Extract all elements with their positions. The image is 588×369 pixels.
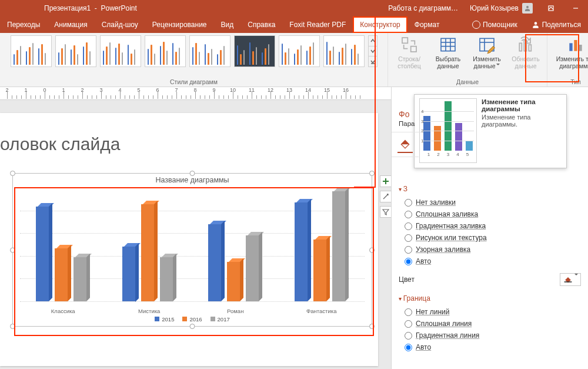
tab-slideshow[interactable]: Слайд-шоу (95, 16, 145, 33)
tab-review[interactable]: Рецензирование (145, 16, 214, 33)
switch-row-column-button: Строка/ столбец (392, 35, 427, 69)
minimize-button[interactable] (563, 0, 588, 16)
chart-style-thumb[interactable] (55, 35, 96, 67)
group-label-data: Данные (456, 77, 479, 85)
category-label: Роман (227, 308, 243, 314)
tab-view[interactable]: Вид (214, 16, 241, 33)
chart-styles-button[interactable] (380, 191, 392, 202)
chart-style-thumb[interactable] (323, 35, 365, 67)
svg-rect-18 (579, 45, 582, 51)
svg-rect-14 (524, 40, 526, 51)
tab-transitions[interactable]: Переходы (0, 16, 47, 33)
section-border-header[interactable]: Граница (399, 294, 581, 302)
slide-title-text[interactable]: оловок слайда (0, 134, 120, 154)
svg-rect-4 (411, 46, 416, 52)
legend-item[interactable]: 2015 (155, 316, 174, 323)
document-title: Презентация1 - PowerPoint (0, 4, 137, 12)
change-chart-type-button[interactable]: Изменить тип диаграммы (551, 35, 588, 69)
chart-style-thumb[interactable] (279, 35, 320, 67)
resize-handle[interactable] (190, 171, 195, 176)
category-label: Мистика (138, 308, 160, 314)
tab-help[interactable]: Справка (240, 16, 282, 33)
resize-handle[interactable] (10, 324, 15, 329)
border-gradient-option[interactable]: Градиентная линия (399, 330, 581, 341)
gallery-down-button[interactable] (369, 46, 377, 57)
tab-chart-design[interactable]: Конструктор (353, 16, 407, 33)
pane-tab-fill-icon[interactable] (397, 138, 413, 153)
slide-canvas[interactable]: 21012345678910111213141516 оловок слайда… (0, 87, 391, 369)
color-label: Цвет (399, 275, 560, 284)
tab-format[interactable]: Формат (407, 16, 447, 33)
resize-handle[interactable] (190, 324, 195, 329)
chart-quick-buttons (380, 175, 392, 218)
chart-plot-area[interactable]: КлассикаМистикаРоманФантастика (20, 188, 365, 301)
svg-rect-16 (569, 43, 572, 51)
chart-filters-button[interactable] (380, 206, 392, 218)
tooltip-chart-preview: 123412345 (419, 98, 477, 163)
svg-rect-15 (529, 45, 531, 51)
share-button[interactable]: Поделиться (524, 16, 588, 33)
section-fill: З Нет заливки Сплошная заливка Градиентн… (392, 192, 588, 270)
color-picker[interactable] (560, 273, 581, 286)
border-auto-option[interactable]: Авто (399, 341, 581, 353)
contextual-tab-label: Работа с диаграмм… (382, 4, 464, 12)
pane-header-visible: Фо (392, 105, 416, 121)
ribbon: Стили диаграмм Строка/ столбец Выбрать д… (0, 33, 588, 87)
tab-animation[interactable]: Анимация (47, 16, 94, 33)
svg-rect-17 (574, 40, 577, 51)
title-bar: Презентация1 - PowerPoint Работа с диагр… (0, 0, 588, 16)
tell-me[interactable]: Помощник (465, 16, 524, 33)
chart-style-thumb[interactable] (11, 35, 52, 67)
ribbon-group-data: Строка/ столбец Выбрать данные Изменить … (388, 33, 547, 87)
border-solid-option[interactable]: Сплошная линия (399, 318, 581, 330)
chart-style-thumb[interactable] (145, 35, 186, 67)
fill-gradient-option[interactable]: Градиентная заливка (399, 220, 581, 232)
svg-rect-5 (441, 38, 455, 51)
chart-style-thumb[interactable] (234, 35, 275, 67)
refresh-data-button: Обновить данные (508, 35, 543, 69)
chart-style-thumb[interactable] (189, 35, 230, 67)
chart-object[interactable]: Название диаграммы КлассикаМистикаРоманФ… (12, 173, 372, 327)
ribbon-options-button[interactable] (539, 0, 563, 16)
gallery-up-button[interactable] (369, 36, 377, 46)
group-label-styles: Стили диаграмм (170, 77, 218, 85)
tooltip-change-chart-type: 123412345 Изменение типа диаграммы Измен… (414, 94, 567, 168)
bulb-icon (472, 21, 480, 29)
svg-rect-19 (564, 281, 572, 282)
edit-data-button[interactable]: Изменить данные (469, 35, 505, 69)
fill-pattern-option[interactable]: Узорная заливка (399, 244, 581, 255)
gallery-more-button[interactable] (369, 56, 377, 67)
fill-auto-option[interactable]: Авто (399, 255, 581, 267)
svg-rect-13 (519, 43, 522, 51)
chart-elements-button[interactable] (380, 175, 392, 187)
tab-foxit[interactable]: Foxit Reader PDF (282, 16, 353, 33)
svg-rect-3 (402, 38, 407, 43)
group-label-type: Тип (570, 77, 581, 85)
gallery-scroll (368, 35, 377, 67)
horizontal-ruler: 21012345678910111213141516 (0, 87, 391, 100)
resize-handle[interactable] (10, 171, 15, 176)
chart-style-thumb[interactable] (100, 35, 141, 67)
fill-solid-option[interactable]: Сплошная заливка (399, 208, 581, 220)
legend-item[interactable]: 2017 (211, 316, 230, 323)
chart-legend[interactable]: 201520162017 (13, 316, 372, 323)
section-fill-header[interactable]: З (399, 185, 581, 193)
resize-handle[interactable] (10, 247, 15, 252)
resize-handle[interactable] (369, 171, 375, 176)
ribbon-group-chart-styles: Стили диаграмм (0, 33, 388, 87)
legend-item[interactable]: 2016 (182, 316, 202, 323)
border-none-option[interactable]: Нет линий (399, 306, 581, 318)
avatar-icon (522, 3, 533, 14)
fill-none-option[interactable]: Нет заливки (399, 197, 581, 208)
ribbon-tabs: Переходы Анимация Слайд-шоу Рецензирован… (0, 16, 588, 33)
slide[interactable]: оловок слайда Название диаграммы Классик… (0, 113, 378, 366)
fill-picture-option[interactable]: Рисунок или текстура (399, 232, 581, 244)
select-data-button[interactable]: Выбрать данные (430, 35, 466, 69)
section-border: Граница Нет линий Сплошная линия Градиен… (392, 290, 588, 355)
user-account[interactable]: Юрий Козырев (464, 3, 539, 14)
resize-handle[interactable] (369, 247, 375, 252)
category-label: Классика (51, 308, 75, 314)
resize-handle[interactable] (369, 324, 375, 329)
share-icon (532, 21, 540, 29)
ribbon-group-type: Изменить тип диаграммы Тип (547, 33, 588, 87)
